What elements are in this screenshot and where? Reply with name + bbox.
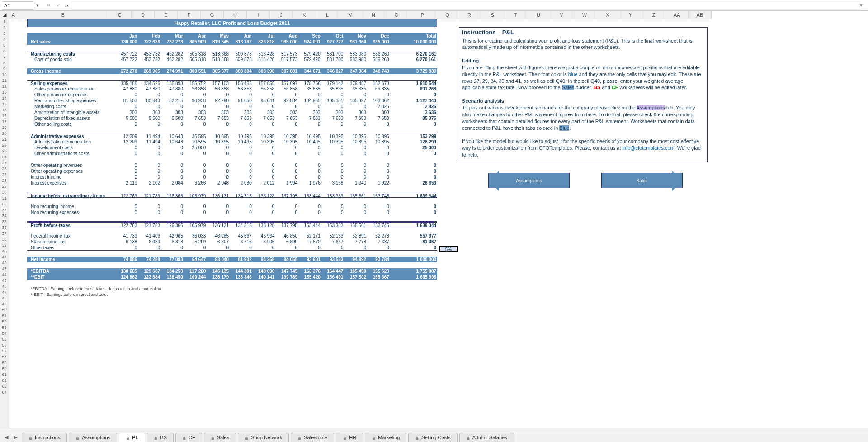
data-cell[interactable]: 274 991	[161, 68, 184, 74]
col-header[interactable]: C	[108, 11, 132, 19]
tab-nav-prev-icon[interactable]: ◀	[3, 434, 10, 441]
data-cell[interactable]: 0	[161, 168, 184, 174]
data-cell[interactable]: 462 282	[161, 57, 184, 62]
data-cell[interactable]: 0	[115, 168, 138, 174]
row-header[interactable]: 41	[0, 254, 9, 260]
data-cell[interactable]: 730 000	[115, 39, 138, 45]
data-cell[interactable]: 182 678	[367, 81, 390, 86]
data-cell[interactable]: 52 891	[344, 233, 367, 239]
data-cell[interactable]: 935 000	[367, 39, 390, 45]
data-cell[interactable]: 6 906	[253, 239, 276, 245]
data-cell[interactable]: 0	[367, 204, 390, 209]
data-cell[interactable]: 124 882	[115, 274, 138, 280]
data-cell[interactable]: 737 273	[161, 39, 184, 45]
cancel-icon[interactable]: ✕	[44, 1, 52, 10]
data-cell[interactable]: 0	[321, 92, 344, 98]
data-cell[interactable]: 155 420	[298, 274, 321, 280]
row-header[interactable]: 29	[0, 184, 9, 190]
data-cell[interactable]: 146 135	[207, 268, 230, 274]
data-cell[interactable]: 7 672	[298, 239, 321, 245]
row-header[interactable]: 2	[0, 25, 9, 31]
data-cell[interactable]: 41 406	[138, 233, 161, 239]
row-header[interactable]: 59	[0, 360, 9, 366]
sheet-tab[interactable]: Instructions	[22, 433, 67, 442]
data-cell[interactable]: 0	[275, 245, 298, 250]
sheet-tab[interactable]: Sales	[204, 433, 236, 442]
data-cell[interactable]: 155 752	[184, 81, 207, 86]
data-cell[interactable]: 10 395	[253, 139, 276, 145]
formula-input[interactable]	[71, 1, 860, 10]
data-cell[interactable]: 84 055	[275, 257, 298, 262]
data-cell[interactable]: 303	[184, 109, 207, 115]
col-header[interactable]: G	[201, 11, 224, 19]
data-cell[interactable]: 0	[161, 162, 184, 168]
row-header[interactable]: 1	[0, 19, 9, 25]
data-cell[interactable]: 0	[115, 162, 138, 168]
data-cell[interactable]: 137 795	[275, 193, 298, 197]
data-cell[interactable]: 819 545	[207, 39, 230, 45]
data-cell[interactable]: 6 807	[207, 239, 230, 245]
data-cell[interactable]: 74 288	[138, 257, 161, 262]
data-cell[interactable]: 93 784	[367, 257, 390, 262]
data-cell[interactable]: 105 979	[184, 223, 207, 227]
data-cell[interactable]: 126 366	[161, 223, 184, 227]
data-cell[interactable]: 0	[253, 209, 276, 215]
data-cell[interactable]: 0	[138, 92, 161, 98]
data-cell[interactable]: 303	[138, 109, 161, 115]
row-header[interactable]: 62	[0, 378, 9, 384]
data-cell[interactable]: 7 653	[184, 115, 207, 121]
row-header[interactable]: 36	[0, 225, 9, 231]
data-cell[interactable]: 6 716	[230, 239, 253, 245]
row-header[interactable]: 63	[0, 384, 9, 390]
data-cell[interactable]: 0	[367, 162, 390, 168]
data-cell[interactable]: 0	[161, 104, 184, 109]
data-cell[interactable]: 10 395	[321, 139, 344, 145]
data-cell[interactable]: 0	[344, 151, 367, 157]
data-cell[interactable]: 513 868	[207, 57, 230, 62]
data-cell[interactable]: 2 119	[115, 180, 138, 186]
row-header[interactable]: 22	[0, 143, 9, 148]
data-cell[interactable]: 307 881	[275, 68, 298, 74]
data-cell[interactable]: 93 601	[298, 257, 321, 262]
data-cell[interactable]: 56 858	[207, 86, 230, 92]
data-cell[interactable]: 927 727	[321, 39, 344, 45]
row-header[interactable]: 3	[0, 31, 9, 37]
row-header[interactable]: 45	[0, 278, 9, 284]
data-cell[interactable]: 0	[207, 151, 230, 157]
data-cell[interactable]: 105 979	[184, 193, 207, 197]
data-cell[interactable]: 46 850	[275, 233, 298, 239]
data-cell[interactable]: 82 215	[161, 98, 184, 104]
row-header[interactable]: 46	[0, 284, 9, 290]
data-cell[interactable]: 10 395	[367, 139, 390, 145]
data-cell[interactable]: 0	[367, 245, 390, 250]
data-cell[interactable]: 303	[298, 109, 321, 115]
row-header[interactable]: 57	[0, 348, 9, 354]
data-cell[interactable]: 179 487	[344, 81, 367, 86]
row-header[interactable]: 18	[0, 119, 9, 125]
data-cell[interactable]: 505 318	[184, 57, 207, 62]
col-header[interactable]: Q	[437, 11, 458, 19]
data-cell[interactable]: 165 623	[367, 268, 390, 274]
col-header[interactable]: AA	[665, 11, 689, 19]
row-header[interactable]: 17	[0, 113, 9, 119]
data-cell[interactable]: 81 932	[230, 257, 253, 262]
data-cell[interactable]: 344 671	[298, 68, 321, 74]
data-cell[interactable]: 45 667	[230, 233, 253, 239]
data-cell[interactable]: 155 561	[344, 223, 367, 227]
data-cell[interactable]: 10 395	[321, 133, 344, 139]
data-cell[interactable]: 0	[298, 145, 321, 151]
data-cell[interactable]: 0	[298, 174, 321, 180]
data-cell[interactable]: 0	[253, 145, 276, 151]
data-cell[interactable]: 10 395	[275, 133, 298, 139]
row-header[interactable]: 44	[0, 272, 9, 278]
row-header[interactable]: 60	[0, 366, 9, 372]
data-cell[interactable]: 147 745	[275, 268, 298, 274]
data-cell[interactable]: 0	[207, 245, 230, 250]
data-cell[interactable]: 81 503	[115, 98, 138, 104]
data-cell[interactable]: 105 351	[321, 98, 344, 104]
data-cell[interactable]: 0	[321, 204, 344, 209]
row-header[interactable]: 19	[0, 125, 9, 131]
data-cell[interactable]: 269 905	[138, 68, 161, 74]
data-cell[interactable]: 140 141	[253, 274, 276, 280]
data-cell[interactable]: 0	[207, 162, 230, 168]
